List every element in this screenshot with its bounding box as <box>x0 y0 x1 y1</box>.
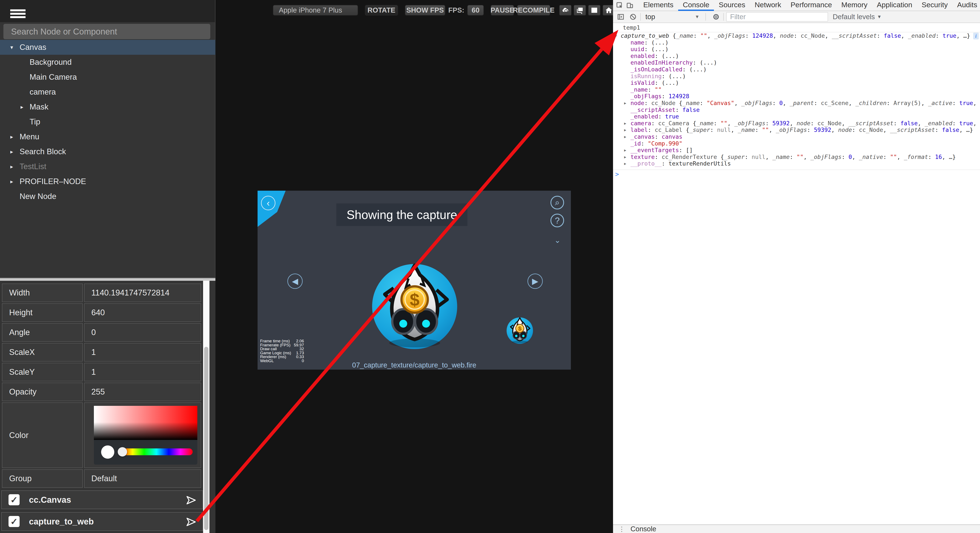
tab-performance[interactable]: Performance <box>786 0 837 11</box>
drawer-console-tab[interactable]: Console <box>630 525 656 533</box>
expander-collapsed-icon[interactable]: ▶ <box>624 120 626 127</box>
chevron-right-icon[interactable]: ▸ <box>8 134 15 140</box>
chevron-down-icon[interactable]: ▾ <box>8 44 15 51</box>
pause-button[interactable]: PAUSE <box>491 5 514 16</box>
tree-item-testlist[interactable]: ▸TestList <box>0 159 215 174</box>
property-value[interactable]: 1 <box>84 363 201 381</box>
token-p: , <box>790 120 797 126</box>
tab-network[interactable]: Network <box>750 0 786 11</box>
zoom-tool-icon[interactable]: ⌕ <box>550 196 564 209</box>
eye-icon[interactable] <box>711 13 721 21</box>
expander-collapsed-icon[interactable]: ▶ <box>624 160 626 167</box>
properties-scrollbar[interactable] <box>203 281 210 533</box>
chevron-right-icon[interactable]: ▸ <box>19 104 25 110</box>
token-p: : <box>644 39 651 46</box>
back-button[interactable]: ‹ <box>261 196 275 210</box>
expander-collapsed-icon[interactable]: ▶ <box>624 127 626 134</box>
expander-collapsed-icon[interactable]: ▶ <box>624 134 626 140</box>
token-p: { <box>717 153 724 160</box>
send-icon[interactable] <box>186 495 197 506</box>
help-icon[interactable]: ? <box>550 214 564 227</box>
device-toolbar-icon[interactable] <box>626 1 633 10</box>
tree-item-camera[interactable]: camera <box>0 85 215 99</box>
tab-application[interactable]: Application <box>872 0 917 11</box>
tab-security[interactable]: Security <box>917 0 953 11</box>
color-gradient[interactable] <box>94 406 197 440</box>
expander-collapsed-icon[interactable]: ▶ <box>624 100 626 107</box>
color-picker[interactable] <box>94 406 197 464</box>
tree-item-main-camera[interactable]: Main Camera <box>0 70 215 85</box>
property-value[interactable]: 640 <box>84 303 201 322</box>
tab-console[interactable]: Console <box>678 0 714 11</box>
tree-item-background[interactable]: Background <box>0 55 215 70</box>
property-value[interactable]: Default <box>84 469 201 488</box>
tree-item-tip[interactable]: Tip <box>0 114 215 129</box>
info-icon[interactable]: i <box>973 33 979 40</box>
property-row-group: GroupDefault <box>1 469 203 488</box>
property-value[interactable]: 0 <box>84 323 201 342</box>
recompile-button[interactable]: RECOMPILE <box>517 5 550 16</box>
property-value[interactable]: 1 <box>84 343 201 362</box>
expander-collapsed-icon[interactable]: ▶ <box>624 154 626 161</box>
send-icon[interactable] <box>186 516 197 527</box>
tree-item-search-block[interactable]: ▸Search Block <box>0 144 215 159</box>
log-levels-select[interactable]: Default levels ▼ <box>833 13 882 21</box>
inspect-icon[interactable] <box>616 1 623 10</box>
expander-collapsed-icon[interactable]: ▶ <box>624 147 626 154</box>
tree-item-profiler-node[interactable]: ▸PROFILER–NODE <box>0 174 215 189</box>
cloud-search-icon[interactable] <box>559 5 571 16</box>
property-value[interactable] <box>84 402 201 468</box>
token-pv: cc_Node <box>800 32 825 39</box>
tree-item-canvas[interactable]: ▾Canvas <box>0 40 215 55</box>
token-pk: __scriptAsset <box>890 126 935 133</box>
tree-item-mask[interactable]: ▸Mask <box>0 99 215 114</box>
token-s: "" <box>890 153 897 160</box>
tree-item-new-node[interactable]: New Node <box>0 189 215 204</box>
color-swatch[interactable] <box>101 445 114 459</box>
property-value[interactable]: 1140.1941747572814 <box>84 284 201 302</box>
scrollbar-thumb[interactable] <box>204 347 208 530</box>
kebab-menu-icon[interactable]: ⋮ <box>619 525 625 533</box>
property-value[interactable]: 255 <box>84 383 201 401</box>
tab-sources[interactable]: Sources <box>714 0 750 11</box>
chevron-right-icon[interactable]: ▸ <box>8 163 15 170</box>
hue-slider[interactable] <box>120 448 192 455</box>
prev-button[interactable]: ◀ <box>287 273 303 289</box>
game-canvas[interactable]: ‹ Showing the capture ⌕ ? ⌄ ◀ ▶ Frame ti… <box>258 191 571 370</box>
rotate-button[interactable]: ROTATE <box>365 5 398 16</box>
token-b: true <box>943 32 956 39</box>
fps-value-field[interactable]: 60 <box>467 5 484 16</box>
next-button[interactable]: ▶ <box>527 273 543 289</box>
clear-console-icon[interactable] <box>628 13 638 21</box>
component-checkbox[interactable]: ✓ <box>8 516 19 527</box>
chat-icon[interactable] <box>574 5 586 16</box>
color-gradient-cursor[interactable] <box>94 406 97 409</box>
token-s: "Canvas" <box>707 100 734 106</box>
chevron-right-icon[interactable]: ▸ <box>8 148 15 155</box>
tree-item-menu[interactable]: ▸Menu <box>0 129 215 144</box>
chevron-right-icon[interactable]: ▸ <box>8 178 15 185</box>
console-prompt[interactable]: > <box>613 169 980 179</box>
token-p: : <box>886 100 894 106</box>
hue-slider-handle[interactable] <box>118 447 127 456</box>
tab-elements[interactable]: Elements <box>639 0 678 11</box>
menu-icon[interactable] <box>10 10 25 18</box>
token-p: : <box>772 100 780 106</box>
token-k: __scriptAsset <box>630 107 675 113</box>
panel-splitter[interactable] <box>0 278 215 281</box>
tab-audits[interactable]: Audits <box>953 0 980 11</box>
grid-icon[interactable] <box>588 5 600 16</box>
context-select[interactable]: top ▼ <box>645 13 703 21</box>
device-select[interactable]: Apple iPhone 7 Plus <box>273 5 358 16</box>
search-input[interactable] <box>3 24 210 39</box>
token-p: { <box>675 100 682 106</box>
sidebar-toggle-icon[interactable] <box>616 13 625 21</box>
chevron-down-icon[interactable]: ⌄ <box>554 236 561 245</box>
tab-memory[interactable]: Memory <box>837 0 872 11</box>
tree-item-label: Search Block <box>19 147 66 156</box>
show-fps-button[interactable]: SHOW FPS <box>405 5 445 16</box>
token-p: : <box>662 160 668 167</box>
component-checkbox[interactable]: ✓ <box>8 494 19 505</box>
expander-expanded-icon[interactable]: ▼ <box>615 33 617 40</box>
filter-input[interactable] <box>726 12 828 22</box>
